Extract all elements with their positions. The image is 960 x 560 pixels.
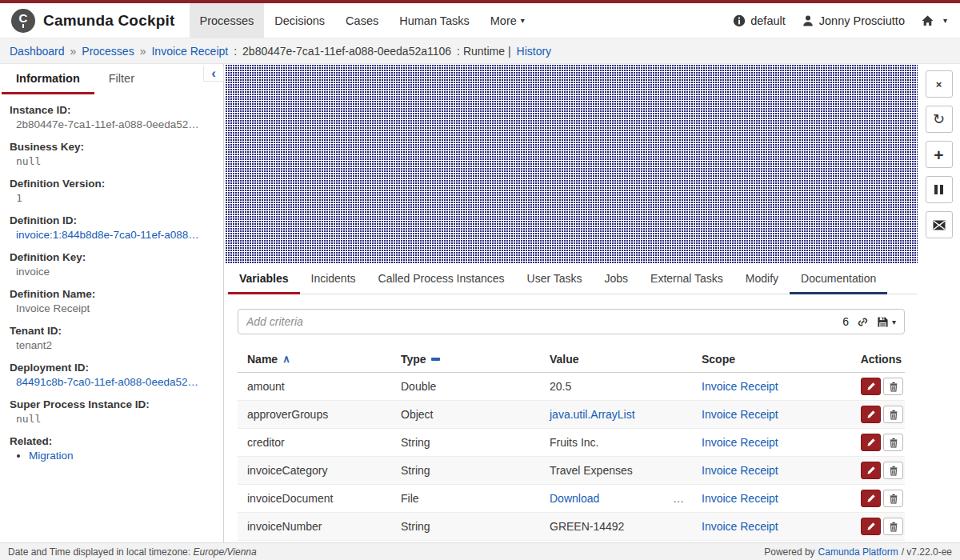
add-criteria-input[interactable] (246, 315, 834, 328)
pencil-icon (866, 494, 876, 503)
copy-link-button[interactable] (857, 316, 869, 328)
definition-id-link[interactable]: invoice:1:844b8d8e-7ca0-11ef-a088… (16, 229, 199, 241)
field-super-process-instance-id: Super Process Instance ID: null (10, 398, 215, 425)
column-header-value[interactable]: Value (540, 353, 692, 366)
cell-scope: Invoice Receipt (692, 436, 846, 449)
object-value-link[interactable]: java.util.ArrayList (550, 408, 635, 421)
tab-user-tasks[interactable]: User Tasks (516, 264, 594, 294)
trash-icon (889, 382, 898, 392)
tab-information[interactable]: Information (2, 64, 94, 94)
nav-item-processes[interactable]: Processes (190, 3, 265, 38)
field-definition-version: Definition Version: 1 (10, 178, 215, 204)
delete-variable-button[interactable] (883, 518, 903, 535)
deployment-id-link[interactable]: 84491c8b-7ca0-11ef-a088-0eeda52… (16, 376, 198, 388)
tab-documentation[interactable]: Documentation (790, 264, 887, 294)
cell-name: creditor (238, 436, 391, 449)
tab-external-tasks[interactable]: External Tasks (639, 264, 734, 294)
tab-called-process-instances[interactable]: Called Process Instances (367, 264, 516, 294)
delete-variable-button[interactable] (883, 462, 903, 479)
tab-jobs[interactable]: Jobs (594, 264, 640, 294)
scope-link[interactable]: Invoice Receipt (702, 408, 778, 421)
breadcrumb-dashboard[interactable]: Dashboard (10, 45, 65, 58)
process-diagram-canvas[interactable] (225, 64, 918, 264)
delete-variable-button[interactable] (883, 490, 903, 507)
edit-variable-button[interactable] (861, 518, 881, 535)
nav-item-human-tasks[interactable]: Human Tasks (389, 3, 480, 38)
cell-type: String (391, 520, 540, 533)
value-overflow-ellipsis[interactable]: … (673, 492, 692, 505)
nav-item-more[interactable]: More ▾ (480, 3, 535, 38)
status-footer: Date and Time displayed in local timezon… (0, 542, 960, 560)
edit-variable-button[interactable] (861, 406, 881, 423)
app-brand[interactable]: C Camunda Cockpit (0, 3, 190, 38)
tab-filter[interactable]: Filter (94, 64, 149, 94)
cell-name: invoiceNumber (238, 520, 391, 533)
download-link[interactable]: Download (550, 492, 599, 505)
field-instance-id: Instance ID: 2b80447e-7ca1-11ef-a088-0ee… (10, 104, 215, 130)
breadcrumb-colon: : (234, 45, 237, 58)
sort-neutral-icon[interactable] (431, 358, 440, 361)
cell-name: invoiceCategory (238, 464, 391, 477)
delete-variable-button[interactable] (883, 406, 903, 423)
nav-item-cases[interactable]: Cases (335, 3, 389, 38)
cell-name: approverGroups (238, 408, 391, 421)
delete-variable-button[interactable] (883, 434, 903, 451)
edit-variable-button[interactable] (861, 462, 881, 479)
save-search-button[interactable]: ▾ (877, 316, 896, 328)
scope-link[interactable]: Invoice Receipt (702, 492, 778, 505)
breadcrumb-definition[interactable]: Invoice Receipt (151, 45, 228, 58)
table-header-row: Name ∧ Type Value Scope Actions (238, 346, 905, 373)
edit-variable-button[interactable] (861, 490, 881, 507)
sidebar-collapse-button[interactable]: ‹ (203, 66, 224, 82)
tab-variables[interactable]: Variables (228, 264, 300, 294)
breadcrumb-processes[interactable]: Processes (82, 45, 134, 58)
column-header-name[interactable]: Name ∧ (238, 353, 391, 366)
app-switcher[interactable]: ▾ (921, 14, 947, 27)
cell-scope: Invoice Receipt (692, 408, 846, 421)
breadcrumb-history-link[interactable]: History (517, 45, 552, 58)
trash-icon (889, 410, 898, 420)
app-title: Camunda Cockpit (43, 12, 175, 30)
chevron-down-icon: ▾ (892, 318, 896, 326)
edit-variable-button[interactable] (861, 434, 881, 451)
field-definition-key: Definition Key: invoice (10, 251, 215, 278)
engine-select[interactable]: default (733, 14, 786, 27)
refresh-icon: ↻ (933, 110, 945, 128)
timezone-value: Europe/Vienna (193, 546, 256, 558)
camunda-logo-icon: C (11, 9, 35, 33)
cell-value: Travel Expenses (540, 464, 692, 477)
incident-message-button[interactable] (926, 211, 953, 238)
migration-link[interactable]: Migration (29, 450, 74, 462)
top-navbar: C Camunda Cockpit Processes Decisions Ca… (0, 3, 960, 38)
scope-link[interactable]: Invoice Receipt (702, 380, 778, 393)
variable-filter-row: 6 (225, 294, 918, 334)
cell-type: String (391, 464, 540, 477)
link-icon (857, 316, 869, 328)
scope-link[interactable]: Invoice Receipt (702, 520, 778, 533)
nav-item-decisions[interactable]: Decisions (264, 3, 335, 38)
plus-icon: + (934, 146, 943, 163)
table-row: amount Double 20.5 Invoice Receipt (238, 373, 905, 401)
scope-link[interactable]: Invoice Receipt (702, 436, 778, 449)
delete-variable-button[interactable] (883, 378, 903, 395)
column-header-actions: Actions (846, 353, 905, 366)
cancel-instance-button[interactable]: × (926, 70, 953, 98)
cell-type: Object (391, 408, 540, 421)
suspend-instance-button[interactable] (926, 176, 953, 203)
tab-modify[interactable]: Modify (734, 264, 790, 294)
column-header-type[interactable]: Type (391, 353, 540, 366)
column-header-scope[interactable]: Scope (692, 353, 846, 366)
refresh-button[interactable]: ↻ (926, 106, 953, 133)
table-row: invoiceCategory String Travel Expenses I… (238, 457, 905, 485)
edit-variable-button[interactable] (861, 378, 881, 395)
cell-name: amount (238, 380, 391, 393)
camunda-platform-link[interactable]: Camunda Platform (818, 546, 898, 558)
powered-by: Powered by Camunda Platform / v7.22.0-ee (764, 546, 952, 558)
field-tenant-id: Tenant ID: tenant2 (10, 325, 215, 351)
scope-link[interactable]: Invoice Receipt (702, 464, 778, 477)
user-menu[interactable]: Jonny Prosciutto (802, 14, 905, 27)
tab-incidents[interactable]: Incidents (300, 264, 367, 294)
user-name: Jonny Prosciutto (819, 14, 905, 27)
sort-ascending-icon[interactable]: ∧ (282, 353, 290, 365)
add-variable-button[interactable]: + (926, 141, 953, 168)
